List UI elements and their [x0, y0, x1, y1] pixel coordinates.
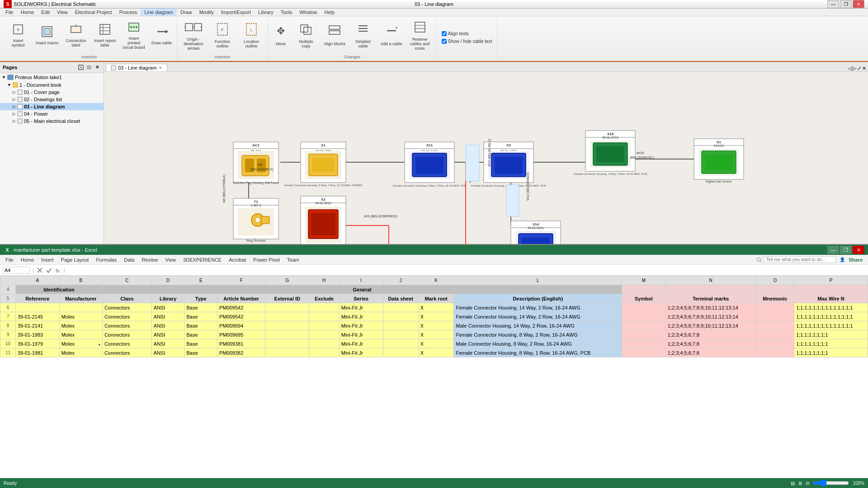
menu-import-export[interactable]: Import/Export [217, 9, 255, 16]
cell-10-type[interactable]: Base [184, 339, 217, 348]
cell-7-description[interactable]: Female Connector Housing, 14 Way, 2 Row,… [454, 312, 622, 321]
maximize-button[interactable]: ❐ [840, 0, 852, 8]
cell-10-article[interactable]: PM009381 [217, 339, 265, 348]
col-header-i[interactable]: I [339, 276, 383, 285]
tree-power[interactable]: ▷ 04 - Power [0, 110, 104, 117]
menu-tools[interactable]: Tools [277, 9, 296, 16]
cell-8-max-wire[interactable]: 1;1;1;1;1;1;1;1;1;1;1;1;1;1 [794, 321, 868, 330]
excel-menu-file[interactable]: File [2, 256, 17, 263]
cell-10-symbol[interactable] [622, 339, 666, 348]
col-header-e[interactable]: E [184, 276, 217, 285]
cell-11-data-sheet[interactable] [383, 348, 418, 357]
cell-10-description[interactable]: Male Connector Housing, 8 Way, 2 Row, 16… [454, 339, 622, 348]
excel-table-wrapper[interactable]: A B C D E F G H I J K L M N O P [0, 276, 868, 478]
cell-10-reference[interactable]: 39-01-1979 [15, 339, 59, 348]
excel-menu-power-pivot[interactable]: Power Pivot [250, 256, 283, 263]
menu-home[interactable]: Home [17, 9, 38, 16]
draw-cable-button[interactable]: Draw cable [149, 23, 174, 47]
cell-8-library[interactable]: ANSI [151, 321, 184, 330]
cell-6-exclude[interactable] [309, 303, 340, 312]
cell-8-mnemonic[interactable] [756, 321, 794, 330]
excel-menu-view[interactable]: View [162, 256, 180, 263]
cell-6-external-id[interactable] [265, 303, 309, 312]
col-header-o[interactable]: O [756, 276, 794, 285]
menu-file[interactable]: File [2, 9, 17, 16]
cell-8-data-sheet[interactable] [383, 321, 418, 330]
sidebar-close-button[interactable]: ✕ [94, 64, 101, 71]
cell-6-type[interactable]: Base [184, 303, 217, 312]
cell-6-article[interactable]: PM009542 [217, 303, 265, 312]
col-header-b[interactable]: B [59, 276, 102, 285]
col-header-f[interactable]: F [217, 276, 265, 285]
tree-main-electrical-closet[interactable]: ▷ 05 - Main electrical closet [0, 117, 104, 125]
cell-11-manufacturer[interactable]: Molex [59, 348, 102, 357]
add-cable-button[interactable]: + Add a cable [378, 23, 405, 48]
cell-6-reference[interactable] [15, 303, 59, 312]
cell-11-class[interactable]: Connectors [102, 348, 151, 357]
menu-window[interactable]: Window [296, 9, 321, 16]
cell-6-series[interactable]: Mini-Fit Jr [339, 303, 383, 312]
cell-11-exclude[interactable] [309, 348, 340, 357]
col-header-l[interactable]: L [454, 276, 622, 285]
diagram-canvas[interactable]: AC1 55-110 Switched Plug Housing, 20A Fu… [104, 72, 868, 244]
cell-6-class[interactable]: Connectors [102, 303, 151, 312]
excel-zoom-slider[interactable] [813, 479, 849, 487]
cell-10-series[interactable]: Mini-Fit Jr [339, 339, 383, 348]
close-button[interactable]: ✕ [853, 0, 864, 8]
sidebar-list-button[interactable] [85, 64, 93, 71]
cell-6-library[interactable]: ANSI [151, 303, 184, 312]
excel-menu-data[interactable]: Data [120, 256, 138, 263]
excel-menu-insert[interactable]: Insert [38, 256, 57, 263]
cell-7-symbol[interactable] [622, 312, 666, 321]
excel-minimize-button[interactable]: — [827, 246, 839, 254]
menu-process[interactable]: Process [116, 9, 141, 16]
cell-10-max-wire[interactable]: 1;1;1;1;1;1;1;1 [794, 339, 868, 348]
cell-7-mark-root[interactable]: X [418, 312, 454, 321]
origin-destination-button[interactable]: Origin - destination arrows [180, 18, 207, 53]
cell-7-max-wire[interactable]: 1;1;1;1;1;1;1;1;1;1;1;1;1;1 [794, 312, 868, 321]
cell-7-manufacturer[interactable]: Molex [59, 312, 102, 321]
tree-root[interactable]: ▼ Proteus Motion take1 [0, 73, 104, 81]
excel-view-pagebreak[interactable]: ⊟ [806, 481, 809, 486]
location-outline-button[interactable]: L Location outline [238, 20, 265, 51]
menu-library[interactable]: Library [255, 9, 277, 16]
cell-10-mnemonic[interactable] [756, 339, 794, 348]
excel-view-normal[interactable]: ▤ [791, 481, 795, 486]
excel-view-layout[interactable]: ⊞ [798, 481, 802, 486]
titlebar-buttons[interactable]: — ❐ ✕ [827, 0, 864, 8]
tab-nav-buttons[interactable]: ◁ ▷ ⤢ ✕ [848, 66, 866, 71]
tab-nav-prev[interactable]: ◁ [848, 66, 852, 71]
cell-9-max-wire[interactable]: 1;1;1;1;1;1;1;1 [794, 330, 868, 339]
cell-8-series[interactable]: Mini-Fit Jr [339, 321, 383, 330]
menu-modify[interactable]: Modify [196, 9, 217, 16]
cell-9-manufacturer[interactable]: Molex [59, 330, 102, 339]
cell-7-data-sheet[interactable] [383, 312, 418, 321]
cell-7-type[interactable]: Base [184, 312, 217, 321]
menu-line-diagram[interactable]: Line diagram [141, 9, 177, 16]
tab-nav-close[interactable]: ✕ [862, 66, 866, 71]
align-blocks-button[interactable]: Align blocks [321, 23, 348, 48]
cell-8-reference[interactable]: 39-01-2141 [15, 321, 59, 330]
cell-6-data-sheet[interactable] [383, 303, 418, 312]
cell-11-description[interactable]: Female Connector Housing, 8 Way, 1 Row, … [454, 348, 622, 357]
col-header-n[interactable]: N [665, 276, 756, 285]
cell-8-article[interactable]: PM009694 [217, 321, 265, 330]
excel-menu-3dexperience[interactable]: 3DEXPERIENCE [179, 256, 225, 263]
tree-document-book[interactable]: ▼ 1 - Document book [0, 81, 104, 89]
excel-share-button[interactable]: Share [845, 256, 866, 263]
cell-6-manufacturer[interactable] [59, 303, 102, 312]
menu-draw[interactable]: Draw [177, 9, 196, 16]
cell-6-description[interactable]: Female Connector Housing, 14 Way, 2 Row,… [454, 303, 622, 312]
menu-view[interactable]: View [53, 9, 71, 16]
cell-9-class[interactable]: Connectors [102, 330, 151, 339]
insert-symbol-button[interactable]: + Insert symbol [5, 21, 32, 50]
diagram-tab-line-diagram[interactable]: 03 - Line diagram ✕ [106, 64, 167, 71]
cell-7-article[interactable]: PM009542 [217, 312, 265, 321]
col-header-p[interactable]: P [794, 276, 868, 285]
excel-close-button[interactable]: ✕ [853, 246, 864, 254]
col-header-h[interactable]: H [309, 276, 340, 285]
cell-8-exclude[interactable] [309, 321, 340, 330]
cell-9-article[interactable]: PM009695 [217, 330, 265, 339]
cell-11-article[interactable]: PM009382 [217, 348, 265, 357]
cell-11-terminal-marks[interactable]: 1;2;3;4;5;6;7;8 [665, 348, 756, 357]
